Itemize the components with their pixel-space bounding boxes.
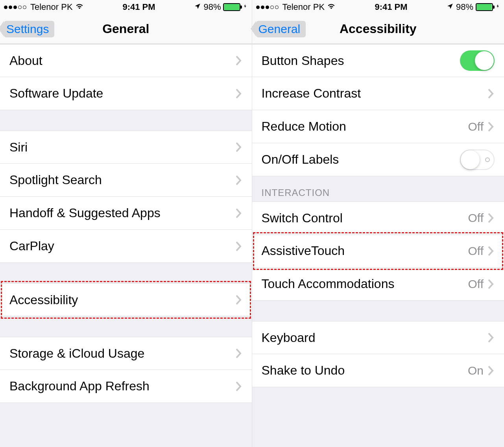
nav-bar: General Accessibility xyxy=(252,14,504,44)
row-keyboard[interactable]: Keyboard xyxy=(252,321,504,354)
battery-percent: 98% xyxy=(203,2,221,12)
row-label: Keyboard xyxy=(262,331,488,345)
row-label: Shake to Undo xyxy=(262,363,468,378)
settings-table: About Software Update Siri Spotlight Sea… xyxy=(0,44,252,447)
status-left: Telenor PK xyxy=(256,2,336,13)
status-right: 98% xyxy=(447,2,500,12)
toggle-button-shapes[interactable] xyxy=(460,50,495,71)
back-button[interactable]: Settings xyxy=(4,21,54,37)
row-switch-control[interactable]: Switch Control Off xyxy=(252,201,504,235)
location-icon xyxy=(447,2,454,12)
row-touch-accommodations[interactable]: Touch Accommodations Off xyxy=(252,268,504,301)
chevron-right-icon xyxy=(235,208,242,219)
back-label: Settings xyxy=(6,22,49,36)
chevron-right-icon xyxy=(487,88,495,99)
row-value: Off xyxy=(468,244,484,258)
chevron-right-icon xyxy=(235,381,242,392)
status-bar: Telenor PK 9:41 PM 98% xyxy=(0,0,252,14)
row-label: Touch Accommodations xyxy=(262,277,468,291)
section-gap xyxy=(0,316,252,337)
row-label: Reduce Motion xyxy=(262,119,468,134)
row-about[interactable]: About xyxy=(0,44,252,77)
chevron-right-icon xyxy=(235,241,242,252)
row-reduce-motion[interactable]: Reduce Motion Off xyxy=(252,110,504,143)
row-label: Storage & iCloud Usage xyxy=(9,346,235,361)
row-value: On xyxy=(468,364,484,377)
row-handoff[interactable]: Handoff & Suggested Apps xyxy=(0,197,252,230)
row-increase-contrast[interactable]: Increase Contrast xyxy=(252,77,504,110)
row-label: Accessibility xyxy=(9,293,235,307)
chevron-right-icon xyxy=(487,365,495,376)
chevron-right-icon xyxy=(487,332,495,343)
row-label: Spotlight Search xyxy=(9,173,235,187)
chevron-right-icon xyxy=(487,246,495,257)
charging-icon xyxy=(243,2,247,12)
section-header-interaction: INTERACTION xyxy=(252,176,504,201)
back-label: General xyxy=(258,22,301,36)
row-siri[interactable]: Siri xyxy=(0,131,252,164)
row-button-shapes[interactable]: Button Shapes xyxy=(252,44,504,77)
battery-icon xyxy=(223,3,240,11)
chevron-right-icon xyxy=(235,55,242,66)
chevron-right-icon xyxy=(487,121,495,132)
row-value: Off xyxy=(468,211,484,225)
row-software-update[interactable]: Software Update xyxy=(0,77,252,110)
row-label: Increase Contrast xyxy=(262,86,488,101)
chevron-right-icon xyxy=(235,175,242,186)
row-carplay[interactable]: CarPlay xyxy=(0,230,252,263)
location-icon xyxy=(194,2,201,12)
chevron-right-icon xyxy=(487,279,495,290)
row-label: Handoff & Suggested Apps xyxy=(9,206,235,220)
toggle-on-off-labels[interactable] xyxy=(460,150,495,170)
signal-strength-icon xyxy=(4,6,26,9)
row-label: Siri xyxy=(9,140,235,155)
status-right: 98% xyxy=(194,2,247,12)
screen-general: Telenor PK 9:41 PM 98% Settings General … xyxy=(0,0,252,447)
section-gap xyxy=(252,301,504,321)
row-storage-icloud[interactable]: Storage & iCloud Usage xyxy=(0,337,252,370)
status-bar: Telenor PK 9:41 PM 98% xyxy=(252,0,504,14)
chevron-right-icon xyxy=(235,142,242,153)
screen-accessibility: Telenor PK 9:41 PM 98% General Accessibi… xyxy=(252,0,504,447)
carrier-label: Telenor PK xyxy=(30,2,73,12)
wifi-icon xyxy=(75,2,84,13)
status-time: 9:41 PM xyxy=(122,2,155,12)
row-label: About xyxy=(9,54,235,68)
status-time: 9:41 PM xyxy=(375,2,407,12)
row-label: Button Shapes xyxy=(262,54,460,68)
row-label: Background App Refresh xyxy=(9,379,235,393)
row-accessibility[interactable]: Accessibility xyxy=(0,283,252,316)
row-background-app-refresh[interactable]: Background App Refresh xyxy=(0,370,252,403)
status-left: Telenor PK xyxy=(4,2,84,13)
chevron-right-icon xyxy=(235,88,242,99)
row-value: Off xyxy=(468,120,484,133)
wifi-icon xyxy=(327,2,336,13)
signal-strength-icon xyxy=(256,6,279,9)
row-label: Switch Control xyxy=(262,211,468,225)
back-button[interactable]: General xyxy=(256,21,306,37)
row-spotlight-search[interactable]: Spotlight Search xyxy=(0,164,252,197)
carrier-label: Telenor PK xyxy=(282,2,325,12)
section-gap xyxy=(0,263,252,283)
row-label: CarPlay xyxy=(9,239,235,253)
row-on-off-labels[interactable]: On/Off Labels xyxy=(252,143,504,176)
chevron-right-icon xyxy=(487,212,495,224)
nav-bar: Settings General xyxy=(0,14,252,44)
charging-icon xyxy=(495,2,500,12)
chevron-right-icon xyxy=(235,348,242,359)
battery-icon xyxy=(476,3,493,11)
row-label: AssistiveTouch xyxy=(262,244,468,258)
accessibility-table: Button Shapes Increase Contrast Reduce M… xyxy=(252,44,504,447)
row-value: Off xyxy=(468,277,484,291)
row-shake-to-undo[interactable]: Shake to Undo On xyxy=(252,354,504,387)
row-label: On/Off Labels xyxy=(262,152,460,167)
section-gap xyxy=(0,110,252,131)
row-label: Software Update xyxy=(9,86,235,101)
row-assistivetouch[interactable]: AssistiveTouch Off xyxy=(252,235,504,268)
battery-percent: 98% xyxy=(456,2,473,12)
chevron-right-icon xyxy=(235,294,242,305)
